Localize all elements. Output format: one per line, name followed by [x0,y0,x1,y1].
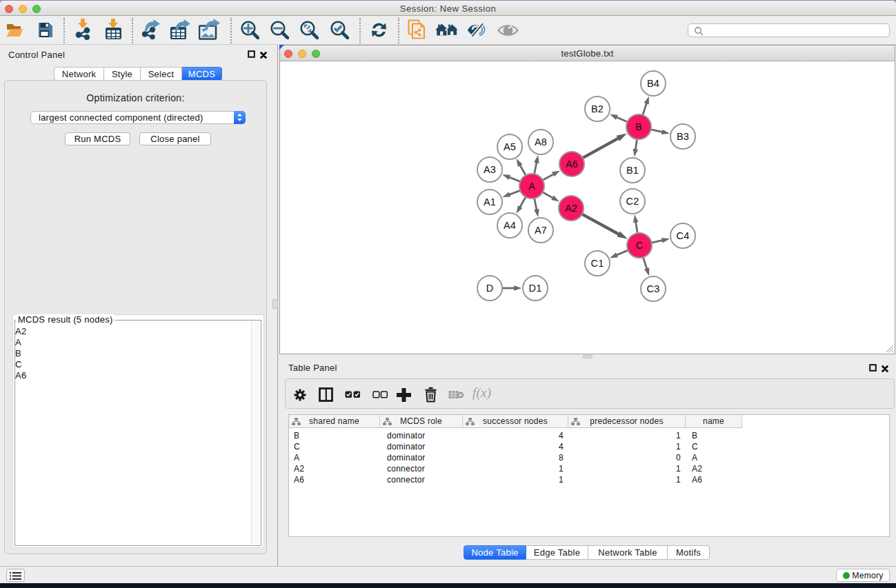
svg-text:D: D [486,283,494,294]
svg-text:C1: C1 [590,258,604,269]
svg-text:C3: C3 [646,283,659,294]
svg-text:B: B [635,121,642,132]
svg-text:C: C [636,240,644,251]
svg-text:A6: A6 [566,159,578,170]
svg-text:C4: C4 [676,230,689,241]
svg-text:B2: B2 [591,103,604,114]
svg-text:A7: A7 [535,225,547,236]
svg-text:B3: B3 [677,131,689,142]
svg-text:D1: D1 [528,283,541,294]
svg-text:C2: C2 [626,196,639,207]
svg-text:A: A [528,181,535,192]
svg-text:A5: A5 [504,141,516,152]
svg-text:A2: A2 [565,203,577,214]
svg-text:B1: B1 [626,165,639,176]
svg-text:A1: A1 [484,196,496,207]
svg-text:A8: A8 [535,136,547,148]
svg-text:A4: A4 [504,220,516,231]
svg-text:A3: A3 [484,164,496,175]
svg-text:B4: B4 [647,78,659,89]
